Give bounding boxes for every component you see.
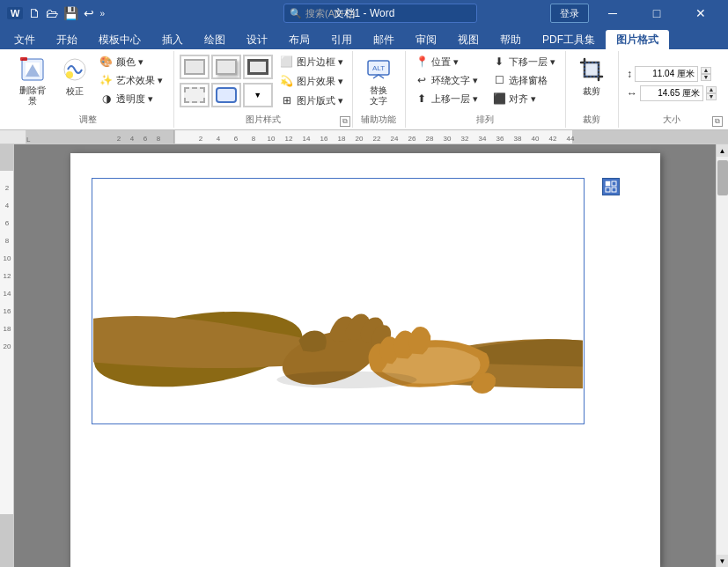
scroll-up-button[interactable]: ▲ bbox=[717, 144, 729, 157]
arrange-col1: 📍 位置 ▾ ↩ 环绕文字 ▾ ⬆ 上移一层 ▾ bbox=[411, 53, 482, 120]
svg-point-55 bbox=[276, 371, 416, 388]
style-preset-1[interactable] bbox=[180, 55, 210, 79]
picture-effect-label: 图片效果 bbox=[297, 75, 335, 88]
doc-icon-save[interactable]: 💾 bbox=[63, 6, 78, 20]
ribbon-group-arrange: 📍 位置 ▾ ↩ 环绕文字 ▾ ⬆ 上移一层 ▾ ⬇ 下移一层 bbox=[406, 51, 566, 128]
tab-home[interactable]: 开始 bbox=[46, 30, 88, 49]
selection-pane-label: 选择窗格 bbox=[509, 74, 548, 87]
layout-options-icon[interactable] bbox=[602, 178, 620, 195]
scroll-down-button[interactable]: ▼ bbox=[717, 555, 729, 567]
crop-button[interactable]: 裁剪 bbox=[572, 53, 611, 100]
tab-draw[interactable]: 绘图 bbox=[194, 30, 236, 49]
horizontal-ruler: L 8 6 4 2 2 4 6 8 10 12 14 16 18 20 22 2… bbox=[26, 130, 728, 144]
tab-layout[interactable]: 布局 bbox=[278, 30, 320, 49]
bring-forward-button[interactable]: ⬆ 上移一层 ▾ bbox=[411, 90, 482, 107]
art-effect-button[interactable]: ✨ 艺术效果 ▾ bbox=[96, 71, 166, 89]
selected-image[interactable] bbox=[92, 178, 585, 424]
svg-rect-58 bbox=[606, 188, 610, 192]
svg-text:28: 28 bbox=[426, 135, 434, 143]
tab-design[interactable]: 设计 bbox=[236, 30, 278, 49]
tab-insert[interactable]: 插入 bbox=[151, 30, 194, 49]
group-size-name: 大小 bbox=[663, 114, 680, 126]
svg-rect-41 bbox=[0, 514, 14, 567]
color-icon: 🎨 bbox=[99, 55, 114, 69]
crop-label: 裁剪 bbox=[583, 85, 600, 98]
scroll-thumb[interactable] bbox=[717, 160, 728, 195]
color-dropdown-icon: ▾ bbox=[138, 56, 143, 68]
color-button[interactable]: 🎨 颜色 ▾ bbox=[96, 53, 166, 70]
remove-background-label: 删除背景 bbox=[16, 85, 49, 107]
tab-references[interactable]: 引用 bbox=[320, 30, 363, 49]
picture-layout-button[interactable]: ⊞ 图片版式 ▾ bbox=[276, 92, 347, 109]
group-adjust-name: 调整 bbox=[79, 114, 97, 126]
main-area: 2 4 6 8 10 12 14 16 18 20 bbox=[0, 144, 728, 567]
align-label: 对齐 bbox=[509, 92, 528, 106]
alt-text-button[interactable]: ALT 替换文字 bbox=[359, 53, 398, 109]
group-expand-icon[interactable]: ⧉ bbox=[340, 116, 350, 127]
text-wrap-button[interactable]: ↩ 环绕文字 ▾ bbox=[411, 71, 482, 89]
selection-pane-icon: ☐ bbox=[492, 73, 506, 87]
tab-view[interactable]: 视图 bbox=[447, 30, 489, 49]
correction-button[interactable]: 校正 bbox=[56, 53, 93, 100]
width-down-button[interactable]: ▼ bbox=[706, 93, 717, 100]
tab-picture-format[interactable]: 图片格式 bbox=[606, 30, 669, 49]
width-input[interactable] bbox=[640, 85, 703, 101]
svg-text:16: 16 bbox=[320, 135, 328, 143]
remove-background-button[interactable]: 删除背景 bbox=[11, 53, 55, 109]
send-backward-button[interactable]: ⬇ 下移一层 ▾ bbox=[489, 53, 559, 70]
login-button[interactable]: 登录 bbox=[550, 4, 589, 23]
tab-file[interactable]: 文件 bbox=[4, 30, 46, 49]
tab-review[interactable]: 审阅 bbox=[405, 30, 447, 49]
tab-help[interactable]: 帮助 bbox=[489, 30, 532, 49]
picture-effect-button[interactable]: 💫 图片效果 ▾ bbox=[276, 72, 347, 90]
transparency-button[interactable]: ◑ 透明度 ▾ bbox=[96, 90, 166, 107]
doc-icon-new[interactable]: 🗋 bbox=[28, 6, 40, 20]
arrange-col2: ⬇ 下移一层 ▾ ☐ 选择窗格 ⬛ 对齐 ▾ bbox=[489, 53, 559, 120]
svg-text:24: 24 bbox=[391, 135, 399, 143]
art-dropdown-icon: ▾ bbox=[158, 75, 163, 86]
close-button[interactable]: ✕ bbox=[680, 0, 721, 26]
style-preset-2[interactable] bbox=[211, 55, 241, 79]
picture-border-label: 图片边框 bbox=[297, 55, 335, 69]
group-picture-styles-name: 图片样式 bbox=[246, 114, 281, 126]
forward-dropdown-icon: ▾ bbox=[473, 93, 478, 105]
ribbon-group-crop: 裁剪 裁剪 bbox=[566, 51, 619, 128]
svg-rect-10 bbox=[572, 130, 728, 144]
selection-pane-button[interactable]: ☐ 选择窗格 bbox=[489, 71, 559, 89]
vertical-scrollbar[interactable]: ▲ ▼ bbox=[716, 144, 728, 567]
tab-pdf-tools[interactable]: PDF工具集 bbox=[532, 30, 606, 49]
svg-text:4: 4 bbox=[217, 135, 221, 143]
doc-icon-open[interactable]: 🗁 bbox=[46, 6, 58, 20]
style-preset-5[interactable] bbox=[211, 83, 241, 107]
svg-text:6: 6 bbox=[143, 135, 148, 143]
minimize-button[interactable]: ─ bbox=[592, 0, 633, 26]
search-icon: 🔍 bbox=[290, 8, 302, 19]
svg-text:8: 8 bbox=[5, 237, 10, 245]
style-preset-3[interactable] bbox=[243, 55, 273, 79]
document-area[interactable] bbox=[14, 144, 716, 567]
maximize-button[interactable]: □ bbox=[636, 0, 677, 26]
style-preset-4[interactable] bbox=[180, 83, 210, 107]
tab-mailings[interactable]: 邮件 bbox=[363, 30, 405, 49]
doc-icon-undo[interactable]: ↩ bbox=[84, 6, 94, 20]
tab-template[interactable]: 模板中心 bbox=[88, 30, 151, 49]
height-down-button[interactable]: ▼ bbox=[701, 74, 711, 81]
width-up-button[interactable]: ▲ bbox=[706, 86, 717, 93]
height-up-button[interactable]: ▲ bbox=[701, 67, 711, 74]
effect-dropdown-icon: ▾ bbox=[338, 76, 343, 87]
text-wrap-icon: ↩ bbox=[415, 73, 429, 87]
position-button[interactable]: 📍 位置 ▾ bbox=[411, 53, 482, 70]
svg-text:36: 36 bbox=[496, 135, 504, 143]
wrap-dropdown-icon: ▾ bbox=[473, 75, 478, 86]
style-preset-6[interactable]: ▼ bbox=[243, 83, 273, 107]
size-group-expand-icon[interactable]: ⧉ bbox=[712, 116, 723, 127]
backward-dropdown-icon: ▾ bbox=[550, 56, 555, 68]
word-icon: W bbox=[7, 7, 23, 19]
picture-layout-label: 图片版式 bbox=[297, 94, 335, 107]
position-dropdown-icon: ▾ bbox=[453, 56, 459, 68]
title-left: W 🗋 🗁 💾 ↩ » bbox=[7, 6, 105, 20]
svg-text:2: 2 bbox=[5, 184, 10, 192]
align-button[interactable]: ⬛ 对齐 ▾ bbox=[489, 90, 559, 107]
height-input[interactable] bbox=[635, 66, 698, 82]
picture-border-button[interactable]: ⬜ 图片边框 ▾ bbox=[276, 53, 347, 70]
